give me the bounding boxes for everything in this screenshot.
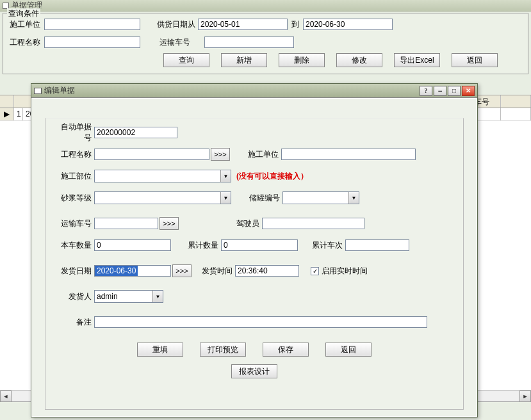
export-button[interactable]: 导出Excel: [394, 53, 440, 67]
dialog-title: 编辑单据: [44, 85, 75, 96]
chevron-down-icon: ▼: [220, 170, 231, 182]
chevron-down-icon: ▼: [348, 192, 359, 204]
label-tank-no: 储罐编号: [238, 193, 282, 204]
label-qty-this: 本车数量: [56, 240, 94, 251]
label-count-total: 累计车次: [298, 240, 345, 251]
query-conditions-group: 查询条件 施工单位 供货日期从 到 工程名称 运输车号 查询 新增 删除 修改 …: [3, 13, 528, 74]
label-driver: 驾驶员: [179, 218, 262, 229]
label-project-name: 工程名称: [10, 37, 44, 48]
label-to: 到: [288, 19, 303, 30]
modify-button[interactable]: 修改: [336, 53, 382, 67]
project-name-input[interactable]: [44, 36, 140, 48]
preview-button[interactable]: 打印预览: [200, 343, 246, 357]
date-from-input[interactable]: [198, 19, 288, 30]
label-ship-date: 发货日期: [56, 266, 94, 277]
report-design-button[interactable]: 报表设计: [231, 364, 277, 378]
label-construction-unit-d: 施工单位: [236, 149, 281, 160]
project-lookup-button[interactable]: >>>: [211, 148, 230, 161]
query-button[interactable]: 查询: [163, 53, 209, 67]
vehicle-lookup-button[interactable]: >>>: [159, 217, 179, 230]
dlg-construction-unit-input[interactable]: [281, 149, 416, 160]
dlg-back-button[interactable]: 返回: [325, 343, 372, 357]
close-button[interactable]: ✕: [462, 86, 475, 96]
label-ship-time: 发货时间: [192, 266, 235, 277]
label-construction-unit: 施工单位: [10, 19, 44, 30]
label-supply-date-from: 供货日期从: [153, 19, 198, 30]
label-qty-total: 累计数量: [171, 240, 221, 251]
reset-button[interactable]: 重填: [137, 343, 183, 357]
add-button[interactable]: 新增: [221, 53, 267, 67]
query-legend: 查询条件: [7, 8, 40, 19]
label-remark: 备注: [56, 317, 94, 328]
save-button[interactable]: 保存: [263, 343, 309, 357]
construction-unit-input[interactable]: [44, 19, 140, 30]
driver-input[interactable]: [262, 218, 364, 229]
hint-text: (没有可以直接输入）: [236, 171, 308, 182]
remark-input[interactable]: [94, 316, 427, 328]
dlg-project-name-input[interactable]: [94, 149, 209, 160]
ship-time-input[interactable]: [235, 265, 299, 277]
app-icon: [3, 3, 9, 9]
label-mortar-grade: 砂浆等级: [56, 193, 94, 204]
label-project-name-d: 工程名称: [56, 149, 94, 160]
chevron-down-icon: ▼: [220, 192, 231, 204]
maximize-button[interactable]: □: [448, 86, 461, 96]
dialog-icon: [34, 88, 42, 94]
date-to-input[interactable]: [303, 19, 393, 30]
label-vehicle-no: 运输车号: [159, 37, 204, 48]
label-vehicle-no-d: 运输车号: [56, 218, 94, 229]
qty-total-input[interactable]: [221, 239, 298, 251]
tank-no-combo[interactable]: ▼: [282, 191, 359, 204]
label-construction-part: 施工部位: [56, 171, 94, 182]
realtime-checkbox[interactable]: ✓: [311, 267, 319, 275]
main-titlebar: 单据管理: [0, 0, 531, 12]
chevron-down-icon: ▼: [152, 291, 163, 302]
back-button[interactable]: 返回: [452, 53, 498, 67]
construction-part-combo[interactable]: ▼: [94, 170, 231, 182]
label-auto-no: 自动单据号: [56, 122, 94, 143]
shipper-combo[interactable]: admin▼: [94, 290, 163, 303]
qty-this-input[interactable]: [94, 239, 171, 251]
dialog-titlebar[interactable]: 编辑单据 ? ‒ □ ✕: [31, 84, 477, 98]
ship-date-input[interactable]: 2020-06-30: [94, 265, 171, 277]
count-total-input[interactable]: [345, 239, 409, 251]
vehicle-no-input[interactable]: [204, 36, 294, 48]
minimize-button[interactable]: ‒: [434, 86, 446, 96]
delete-button[interactable]: 删除: [279, 53, 325, 67]
auto-no-input[interactable]: [94, 127, 177, 138]
scroll-right-icon[interactable]: ►: [519, 391, 531, 402]
label-realtime: 启用实时时间: [322, 266, 368, 277]
mortar-grade-combo[interactable]: ▼: [94, 191, 231, 204]
label-shipper: 发货人: [56, 291, 94, 302]
dlg-vehicle-no-input[interactable]: [94, 218, 158, 229]
scroll-left-icon[interactable]: ◄: [0, 391, 12, 402]
help-button[interactable]: ?: [420, 86, 432, 96]
date-lookup-button[interactable]: >>>: [172, 264, 192, 277]
edit-dialog: 编辑单据 ? ‒ □ ✕ 自动单据号 工程名称 >>> 施工单位 施工部位 ▼: [31, 83, 478, 417]
